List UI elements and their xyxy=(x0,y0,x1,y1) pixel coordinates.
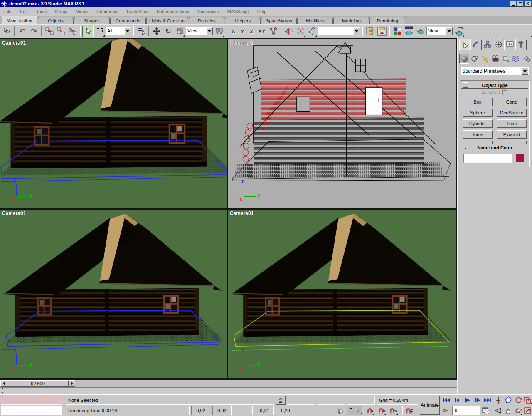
coord-x-field[interactable]: 0,02 xyxy=(191,406,210,415)
tab-hierarchy[interactable] xyxy=(482,39,493,50)
inverse-kinematics-button[interactable] xyxy=(268,26,279,37)
render-last-button[interactable] xyxy=(415,26,426,37)
snap-3d-button[interactable]: 3 xyxy=(365,406,375,415)
zoom-button[interactable] xyxy=(494,396,503,405)
tab-spacewarps[interactable]: SpaceWarps xyxy=(261,17,297,24)
menu-edit[interactable]: Edit xyxy=(16,8,32,15)
animate-button[interactable]: Animate xyxy=(420,396,440,415)
track-view-button[interactable] xyxy=(365,26,376,37)
zoom-all-button[interactable] xyxy=(514,396,523,405)
tab-rendering[interactable]: Rendering xyxy=(369,17,405,24)
select-and-scale-button[interactable] xyxy=(174,26,185,37)
menu-customize[interactable]: Customize xyxy=(193,8,223,15)
help-mode-button[interactable]: ? xyxy=(1,26,12,37)
quick-render-button[interactable] xyxy=(453,26,465,37)
tab-shapes[interactable]: Shapes xyxy=(74,17,110,24)
play-button[interactable] xyxy=(463,396,472,404)
viewport-label[interactable]: Camera01 xyxy=(2,40,26,46)
close-button[interactable]: × xyxy=(525,1,531,7)
min-max-toggle-button[interactable] xyxy=(523,406,532,415)
key-mode-toggle[interactable] xyxy=(441,406,451,415)
geosphere-button[interactable]: GeoSphere xyxy=(497,109,527,117)
render-scene-button[interactable] xyxy=(403,26,414,37)
material-editor-button[interactable] xyxy=(392,26,403,37)
link-button[interactable] xyxy=(44,26,55,37)
rectangular-selection-region-button[interactable] xyxy=(94,26,105,37)
tab-particles[interactable]: Particles xyxy=(189,17,224,24)
menu-tools[interactable]: Tools xyxy=(32,8,51,15)
track-bar[interactable] xyxy=(0,387,457,394)
maxscript-mini-listener-pink[interactable] xyxy=(1,396,62,405)
category-lights-button[interactable] xyxy=(480,54,490,64)
dropdown-arrow-icon[interactable] xyxy=(522,67,528,75)
viewport-label[interactable]: Camera01 xyxy=(230,210,254,216)
arc-rotate-button[interactable] xyxy=(514,406,523,415)
pan-button[interactable] xyxy=(504,406,513,415)
collapse-icon[interactable]: - xyxy=(463,145,468,150)
category-systems-button[interactable] xyxy=(522,54,532,64)
tab-modifiers[interactable]: Modifiers xyxy=(297,17,333,24)
zoom-extents-all-button[interactable] xyxy=(523,396,532,405)
cylinder-button[interactable]: Cylinder xyxy=(463,119,493,128)
spinner-snap-button[interactable] xyxy=(404,406,414,415)
name-color-header[interactable]: - Name and Color xyxy=(461,144,528,151)
minimize-button[interactable] xyxy=(510,1,516,7)
dropdown-arrow-icon[interactable] xyxy=(124,27,131,35)
angle-snap-button[interactable] xyxy=(377,406,387,415)
time-configuration-button[interactable] xyxy=(481,406,490,415)
category-geometry-button[interactable] xyxy=(459,54,469,64)
array-button[interactable] xyxy=(295,26,306,37)
restore-button[interactable] xyxy=(517,1,524,7)
reference-coordsys-dropdown[interactable]: View xyxy=(186,27,213,35)
menu-schematic-view[interactable]: Schematic View xyxy=(153,8,193,15)
restrict-xy-plane-button[interactable]: XY xyxy=(256,26,267,36)
tab-modeling[interactable]: Modeling xyxy=(333,17,369,24)
dropdown-arrow-icon[interactable] xyxy=(206,27,213,35)
tab-lights-cameras[interactable]: Lights & Cameras xyxy=(146,17,188,24)
menu-views[interactable]: Views xyxy=(72,8,92,15)
selection-lock-toggle[interactable] xyxy=(276,396,286,405)
tab-modify[interactable] xyxy=(470,39,482,50)
restrict-y-button[interactable]: Y xyxy=(238,26,247,36)
bind-to-spacewarp-button[interactable] xyxy=(67,26,78,37)
menu-help[interactable]: Help xyxy=(253,8,271,15)
go-to-end-button[interactable] xyxy=(483,396,493,404)
select-by-name-button[interactable] xyxy=(135,26,147,37)
unlink-button[interactable] xyxy=(55,26,66,37)
category-cameras-button[interactable] xyxy=(490,54,500,64)
current-frame-field[interactable]: 0 xyxy=(452,406,480,415)
use-pivot-center-button[interactable] xyxy=(214,26,225,37)
subcategory-dropdown[interactable]: Standard Primitives xyxy=(461,67,529,75)
menu-track-view[interactable]: Track View xyxy=(122,8,153,15)
autogrid-checkbox[interactable] xyxy=(502,90,507,95)
restrict-z-button[interactable]: Z xyxy=(247,26,256,36)
viewport-label[interactable]: Camera01 xyxy=(2,210,26,216)
select-object-button[interactable] xyxy=(82,26,94,37)
percent-snap-button[interactable]: % xyxy=(388,406,398,415)
degradation-override-button[interactable] xyxy=(335,406,345,415)
tab-display[interactable] xyxy=(504,39,515,50)
coord-z-field[interactable] xyxy=(234,406,253,415)
previous-frame-button[interactable] xyxy=(453,396,462,404)
viewport-label[interactable]: Camera01 xyxy=(230,40,254,46)
named-selection-dropdown[interactable] xyxy=(318,27,360,35)
coord-v-field[interactable]: 0,20 xyxy=(276,406,295,415)
coord-y-field[interactable]: 0,02 xyxy=(212,406,232,415)
viewport-bottom-left[interactable]: Camera01 z y x xyxy=(0,210,227,378)
select-and-move-button[interactable] xyxy=(151,26,162,37)
align-button[interactable] xyxy=(306,26,318,37)
torus-button[interactable]: Torus xyxy=(463,130,493,139)
select-and-rotate-button[interactable]: ↻ xyxy=(163,26,174,37)
tab-objects[interactable]: Objects xyxy=(38,17,74,24)
category-shapes-button[interactable] xyxy=(470,54,480,64)
field-of-view-button[interactable] xyxy=(494,406,503,415)
viewport-bottom-right[interactable]: Camera01 z y x xyxy=(228,210,456,378)
selection-filter-dropdown[interactable]: All xyxy=(106,27,131,35)
viewport-top-right[interactable]: Camera01 z y x xyxy=(228,39,456,208)
maxscript-mini-listener-white[interactable] xyxy=(1,406,62,415)
zoom-extents-button[interactable] xyxy=(504,396,513,405)
dropdown-arrow-icon[interactable] xyxy=(446,27,453,35)
object-name-input[interactable] xyxy=(463,154,512,163)
tab-create[interactable] xyxy=(459,39,470,50)
tube-button[interactable]: Tube xyxy=(497,119,527,128)
